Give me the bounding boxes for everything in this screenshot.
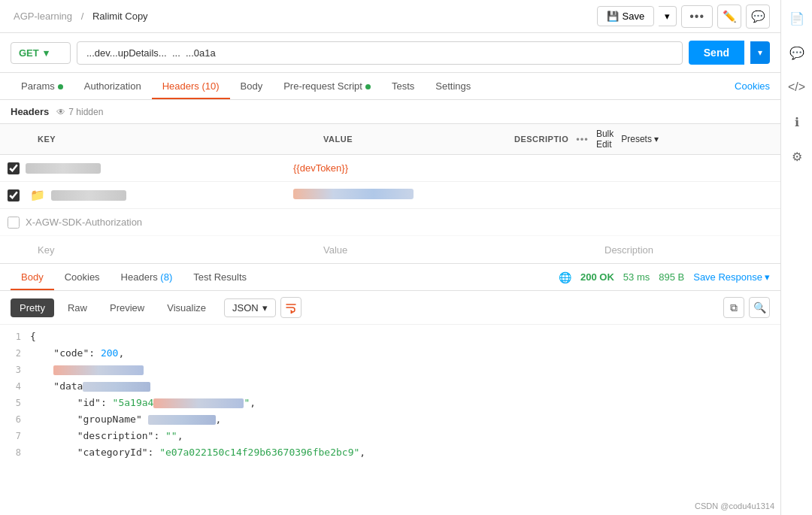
format-preview[interactable]: Preview — [101, 298, 153, 317]
sidebar-code-icon[interactable]: </> — [786, 77, 807, 98]
sidebar-settings-icon[interactable]: ⚙ — [786, 146, 807, 167]
row-3-key: X-AGW-SDK-Authorization — [8, 217, 293, 229]
row-2-value-text — [293, 189, 414, 199]
row-2-key-text — [51, 190, 126, 201]
tab-settings[interactable]: Settings — [425, 73, 481, 99]
row-1-checkbox[interactable] — [8, 162, 20, 174]
tab-tests[interactable]: Tests — [381, 73, 425, 99]
row-1-key-text — [26, 163, 101, 174]
url-input[interactable] — [77, 41, 683, 65]
save-response-button[interactable]: Save Response ▾ — [693, 271, 770, 283]
row-2-value — [293, 189, 604, 201]
tab-body[interactable]: Body — [230, 73, 274, 99]
presets-chevron-icon: ▾ — [654, 134, 659, 144]
hidden-headers-badge: 👁 7 hidden — [56, 107, 103, 117]
response-status-bar: 🌐 200 OK 53 ms 895 B Save Response ▾ — [559, 271, 770, 283]
table-row: X-AGW-SDK-Authorization — [0, 209, 780, 236]
search-button[interactable]: 🔍 — [749, 297, 770, 318]
breadcrumb-separator: / — [81, 11, 84, 22]
code-line-7: 7 "description": "", — [0, 430, 780, 447]
cookies-link[interactable]: Cookies — [735, 80, 770, 92]
send-button[interactable]: Send — [689, 41, 744, 65]
copy-button[interactable]: ⧉ — [723, 297, 744, 318]
response-time: 53 ms — [623, 271, 650, 283]
table-header: KEY VALUE DESCRIPTIO ••• Bulk Edit Prese… — [0, 124, 780, 155]
top-bar: AGP-learning / Ralimit Copy 💾 Save ▾ •••… — [0, 0, 780, 33]
comment-icon-button[interactable]: 💬 — [746, 5, 770, 29]
tab-authorization[interactable]: Authorization — [74, 73, 152, 99]
globe-icon: 🌐 — [559, 271, 571, 283]
watermark: CSDN @codu4u1314 — [692, 500, 777, 512]
tab-headers[interactable]: Headers (10) — [152, 73, 230, 99]
table-actions: DESCRIPTIO ••• Bulk Edit Presets ▾ — [514, 129, 620, 150]
resp-tab-testresults[interactable]: Test Results — [183, 264, 257, 290]
prerequest-dot — [365, 84, 371, 89]
empty-key-placeholder: Key — [38, 244, 323, 256]
format-visualize[interactable]: Visualize — [158, 298, 215, 317]
col-key-header: KEY — [38, 135, 323, 144]
response-size: 895 B — [659, 271, 684, 283]
resp-tab-cookies[interactable]: Cookies — [54, 264, 111, 290]
resp-tab-headers[interactable]: Headers (8) — [111, 264, 183, 290]
request-bar: GET ▾ Send ▾ — [0, 33, 780, 73]
request-tabs-bar: Params Authorization Headers (10) Body P… — [0, 73, 780, 100]
params-dot — [58, 84, 63, 89]
headers-section-bar: Headers 👁 7 hidden — [0, 100, 780, 124]
tab-params[interactable]: Params — [11, 73, 74, 99]
eye-icon: 👁 — [56, 107, 65, 117]
format-bar-right: ⧉ 🔍 — [723, 297, 770, 318]
empty-desc-placeholder: Description — [604, 244, 770, 256]
headers-table: KEY VALUE DESCRIPTIO ••• Bulk Edit Prese… — [0, 124, 780, 264]
row-1-value: {{devToken}} — [293, 162, 604, 174]
code-line-2: 2 "code": 200, — [0, 347, 780, 364]
row-2-checkbox[interactable] — [8, 189, 20, 201]
tab-prerequest[interactable]: Pre-request Script — [273, 73, 381, 99]
col-value-header: VALUE — [323, 135, 514, 144]
row-1-key — [8, 162, 293, 174]
method-chevron-icon: ▾ — [44, 47, 49, 59]
col-desc-dots: ••• — [576, 134, 589, 145]
sidebar-chat-icon[interactable]: 💬 — [786, 42, 807, 63]
format-raw[interactable]: Raw — [59, 298, 96, 317]
save-arrow-button[interactable]: ▾ — [659, 6, 677, 26]
bulk-edit-button[interactable]: Bulk Edit — [596, 129, 614, 150]
save-icon: 💾 — [607, 11, 619, 22]
response-tabs-bar: Body Cookies Headers (8) Test Results 🌐 … — [0, 264, 780, 291]
row-3-checkbox[interactable] — [8, 217, 20, 229]
code-line-8: 8 "categoryId": "e07a022150c14f29b636703… — [0, 447, 780, 463]
code-area: 1 { 2 "code": 200, 3 4 "data 5 "id": "5a… — [0, 325, 780, 515]
top-bar-actions: 💾 Save ▾ ••• ✏️ 💬 — [597, 5, 770, 29]
code-line-3: 3 — [0, 364, 780, 380]
row-3-key-text: X-AGW-SDK-Authorization — [26, 217, 142, 228]
breadcrumb: AGP-learning / Ralimit Copy — [11, 11, 151, 22]
sidebar-info-icon[interactable]: ℹ — [786, 111, 807, 132]
table-row: 📁 — [0, 182, 780, 209]
method-label: GET — [19, 47, 39, 59]
folder-icon: 📁 — [30, 188, 45, 202]
more-options-button[interactable]: ••• — [681, 5, 713, 28]
code-line-1: 1 { — [0, 331, 780, 347]
save-button[interactable]: 💾 Save — [597, 6, 655, 26]
resp-tab-body[interactable]: Body — [11, 264, 54, 290]
collection-name: Ralimit Copy — [92, 11, 148, 22]
send-arrow-button[interactable]: ▾ — [750, 41, 770, 64]
presets-button[interactable]: Presets ▾ — [621, 134, 659, 144]
table-empty-row: Key Value Description — [0, 236, 780, 263]
row-2-key: 📁 — [8, 188, 293, 202]
format-chevron-icon: ▾ — [262, 302, 268, 314]
method-select[interactable]: GET ▾ — [11, 42, 71, 64]
sidebar-doc-icon[interactable]: 📄 — [786, 8, 807, 29]
json-format-select[interactable]: JSON ▾ — [224, 298, 276, 317]
right-sidebar: 📄 💬 </> ℹ ⚙ — [780, 0, 812, 515]
format-bar: Pretty Raw Preview Visualize JSON ▾ ⧉ 🔍 — [0, 291, 780, 325]
code-line-4: 4 "data — [0, 380, 780, 397]
status-code: 200 OK — [580, 271, 614, 283]
wrap-icon — [285, 301, 297, 314]
table-row: {{devToken}} — [0, 155, 780, 182]
edit-icon-button[interactable]: ✏️ — [717, 5, 741, 29]
code-line-6: 6 "groupName" , — [0, 414, 780, 430]
save-response-chevron-icon: ▾ — [765, 271, 770, 283]
format-pretty[interactable]: Pretty — [11, 298, 54, 317]
wrap-button[interactable] — [280, 297, 301, 318]
code-line-5: 5 "id": "5a19a4", — [0, 397, 780, 414]
